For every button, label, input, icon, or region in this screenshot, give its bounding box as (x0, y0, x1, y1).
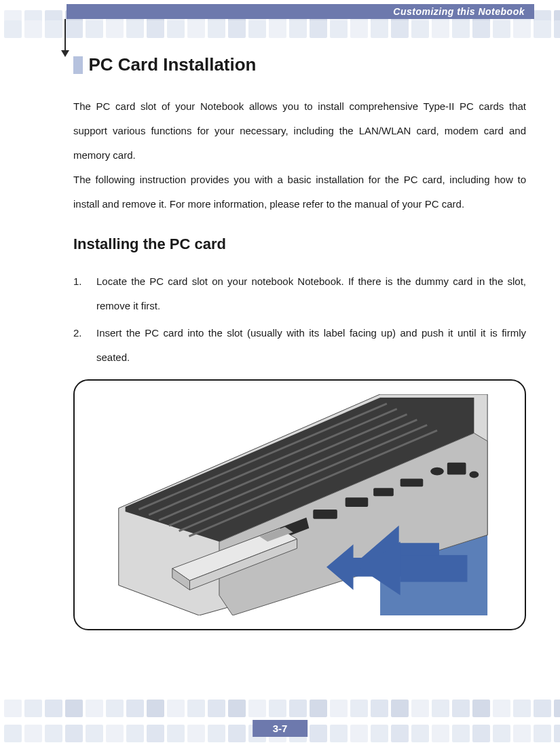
breadcrumb: Customizing this Notebook (393, 6, 525, 17)
intro-paragraph-2: The following instruction provides you w… (73, 168, 526, 216)
page-number: 3-7 (273, 723, 288, 734)
notebook-pc-card-illustration (99, 394, 500, 615)
svg-rect-11 (447, 463, 466, 475)
step-item: Locate the PC card slot on your notebook… (73, 269, 526, 318)
svg-rect-13 (400, 478, 424, 486)
subsection-heading: Installing the PC card (73, 235, 526, 253)
intro-paragraph-1: The PC card slot of your Notebook allows… (73, 94, 526, 168)
chapter-header: Customizing this Notebook (67, 4, 534, 19)
page-content: PC Card Installation The PC card slot of… (73, 54, 526, 630)
section-title: PC Card Installation (88, 54, 256, 75)
svg-rect-26 (400, 555, 468, 582)
instruction-figure (73, 379, 526, 630)
steps-list: Locate the PC card slot on your notebook… (73, 269, 526, 370)
svg-rect-15 (346, 497, 369, 507)
step-item: Insert the PC card into the slot (usuall… (73, 321, 526, 370)
section-title-row: PC Card Installation (73, 54, 526, 75)
page-number-badge: 3-7 (253, 720, 308, 737)
svg-rect-16 (313, 510, 337, 519)
section-bullet-icon (73, 56, 83, 74)
svg-point-10 (430, 467, 444, 476)
section-marker-arrow-icon (64, 19, 66, 56)
svg-point-12 (469, 472, 479, 478)
svg-rect-14 (373, 488, 394, 496)
decorative-top-row-2 (0, 20, 560, 41)
